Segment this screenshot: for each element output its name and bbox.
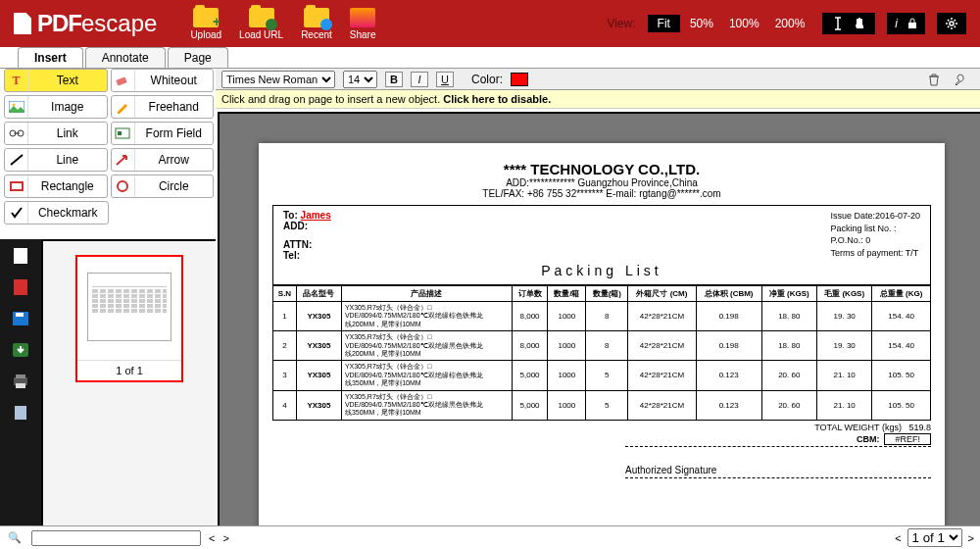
tool-circle[interactable]: Circle [111, 175, 215, 198]
table-row: 3YX305YX305,R7s灯头（锌合金）□VDE/8094/0.75MM2/… [273, 361, 931, 390]
tool-checkmark-label: Checkmark [28, 206, 108, 220]
wrench-icon[interactable] [955, 73, 968, 86]
doc-addr: ADD:************ Guangzhou Province,Chin… [272, 177, 931, 188]
link-icon [5, 123, 28, 144]
tool-rectangle[interactable]: Rectangle [4, 175, 108, 198]
tab-annotate[interactable]: Annotate [85, 47, 166, 68]
logo-pdf: PDF [37, 10, 81, 37]
table-header: 数量(箱) [586, 286, 628, 302]
size-select[interactable]: 14 [343, 71, 377, 88]
tool-line[interactable]: Line [4, 148, 108, 172]
to-value: James [301, 210, 331, 221]
circle-icon [112, 175, 135, 197]
logo-rest: escape [81, 10, 157, 37]
zoom-50[interactable]: 50% [684, 15, 719, 32]
page-select[interactable]: 1 of 1 [907, 528, 962, 547]
zoom-fit[interactable]: Fit [648, 15, 680, 32]
total-value: 519.8 [908, 423, 931, 432]
page-white-icon[interactable] [11, 247, 30, 265]
folder-globe-icon [249, 8, 274, 27]
doc-heading: Packing List [283, 263, 920, 278]
share-button[interactable]: Share [350, 8, 376, 40]
folder-clock-icon [304, 8, 329, 27]
color-swatch[interactable] [511, 73, 528, 86]
save-icon[interactable] [11, 310, 30, 327]
doc-header-box: To: James ADD: ATTN: Tel: Issue Date:201… [272, 205, 931, 285]
pencil-icon [112, 96, 135, 118]
rectangle-icon [5, 175, 28, 197]
search-input[interactable] [31, 530, 201, 546]
view-label: View: [607, 17, 635, 30]
page-next[interactable]: > [968, 532, 974, 544]
share-icon [350, 8, 375, 27]
top-toolbar: PDFescape Upload Load URL Recent Share V… [0, 0, 980, 47]
underline-button[interactable]: U [436, 72, 454, 87]
table-header: 总重量 (KG) [872, 286, 931, 302]
upload-button[interactable]: Upload [190, 8, 221, 40]
cursor-mode[interactable] [822, 13, 875, 34]
zoom-200[interactable]: 200% [769, 15, 811, 32]
page-thumbnail[interactable]: 1 of 1 [75, 255, 183, 382]
terms: Terms of payment: T/T [830, 247, 920, 260]
blank-page-icon[interactable] [11, 404, 30, 422]
tool-link-label: Link [28, 126, 107, 140]
tool-tabs: Insert Annotate Page [0, 47, 980, 69]
tool-formfield[interactable]: Form Field [111, 122, 215, 145]
table-header: 订单数 [512, 286, 548, 302]
po-no: P.O.No.: 0 [830, 234, 920, 247]
tool-whiteout[interactable]: Whiteout [111, 69, 215, 92]
logo-icon [14, 13, 31, 34]
hand-cursor-icon [854, 17, 865, 30]
thumbnail-panel: 1 of 1 [41, 239, 216, 525]
tool-link[interactable]: Link [4, 122, 108, 145]
italic-button[interactable]: I [411, 72, 428, 87]
total-label: TOTAL WEIGHT (kgs) [814, 423, 902, 432]
tool-whiteout-label: Whiteout [135, 74, 214, 87]
tool-line-label: Line [28, 153, 107, 167]
insert-toolbox: TText Whiteout Image Freehand Link Form … [4, 69, 214, 227]
logo: PDFescape [0, 10, 171, 37]
svg-rect-13 [14, 248, 27, 264]
svg-rect-20 [16, 383, 25, 388]
doc-company: **** TECHNOLOGY CO.,LTD. [272, 161, 931, 177]
tool-arrow-label: Arrow [135, 153, 214, 167]
info-lock[interactable]: i [887, 13, 925, 34]
tab-insert[interactable]: Insert [18, 47, 83, 68]
signature-label: Authorized Signature [625, 465, 931, 475]
recent-button[interactable]: Recent [301, 8, 332, 40]
thumb-caption: 1 of 1 [77, 360, 181, 380]
table-row: 4YX305YX305,R7s灯头（锌合金）□VDE/8094/0.75MM2/… [273, 390, 931, 420]
prev-result[interactable]: < [209, 532, 215, 544]
tool-image[interactable]: Image [4, 95, 108, 119]
page-prev[interactable]: < [895, 532, 901, 544]
tool-text[interactable]: TText [4, 69, 108, 92]
tool-checkmark[interactable]: Checkmark [4, 201, 109, 225]
document-canvas[interactable]: **** TECHNOLOGY CO.,LTD. ADD:***********… [218, 112, 980, 525]
page-red-icon[interactable] [11, 278, 30, 296]
download-icon[interactable] [11, 341, 30, 359]
next-result[interactable]: > [222, 532, 228, 544]
table-row: 1YX305YX305,R7s灯头（锌合金）□VDE/8094/0.75MM2/… [273, 302, 931, 331]
table-header: 毛重 (KGS) [816, 286, 871, 302]
search-icon[interactable]: 🔍 [6, 531, 24, 544]
hint-disable[interactable]: Click here to disable. [443, 93, 551, 105]
zoom-100[interactable]: 100% [723, 15, 765, 32]
arrow-icon [112, 149, 135, 171]
print-icon[interactable] [11, 373, 30, 390]
tool-rectangle-label: Rectangle [28, 179, 107, 193]
trash-icon[interactable] [927, 73, 941, 86]
table-header: 产品描述 [341, 286, 512, 302]
load-url-button[interactable]: Load URL [239, 8, 283, 40]
tool-freehand[interactable]: Freehand [111, 95, 215, 119]
tool-arrow[interactable]: Arrow [111, 148, 215, 172]
hint-bar: Click and drag on page to insert a new o… [216, 90, 980, 109]
bold-button[interactable]: B [385, 72, 403, 87]
tab-page[interactable]: Page [168, 47, 228, 68]
settings-button[interactable] [937, 13, 966, 34]
table-header: 外箱尺寸 (CM) [628, 286, 696, 302]
formfield-icon [112, 123, 135, 144]
tool-text-label: Text [28, 74, 107, 87]
share-label: Share [350, 29, 376, 40]
zoom-group: Fit 50% 100% 200% [648, 15, 811, 32]
font-select[interactable]: Times New Roman [221, 71, 335, 88]
